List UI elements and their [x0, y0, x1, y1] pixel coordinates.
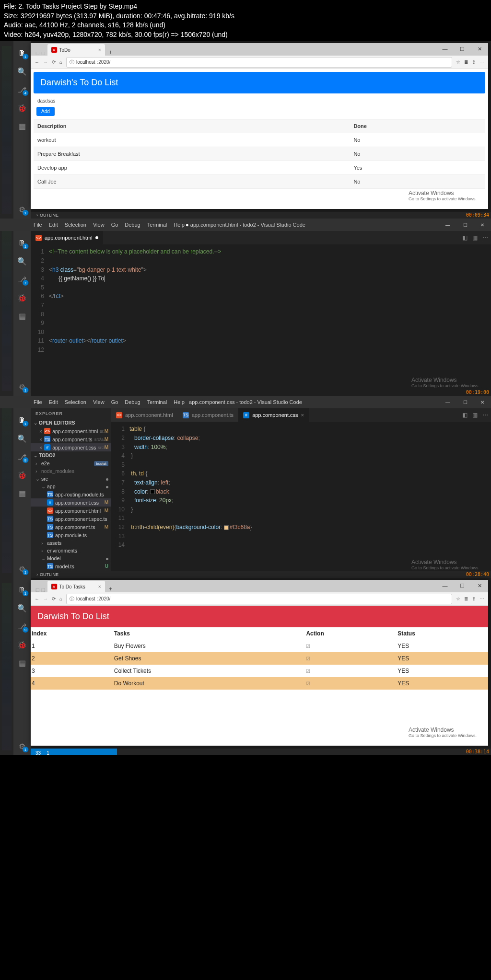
tree-item[interactable]: › node_modules [31, 467, 111, 475]
new-tab-button[interactable]: + [105, 49, 117, 56]
open-editors-section[interactable]: ⌄OPEN EDITORS [31, 419, 111, 427]
editor-tab[interactable]: #app.component.css× [238, 408, 309, 422]
tree-item[interactable]: › e2ebootst [31, 460, 111, 467]
extensions-icon[interactable]: ▦ [17, 657, 27, 668]
files-icon[interactable]: 🗎1 [17, 415, 27, 426]
tree-item[interactable]: ⌄ Model [31, 554, 111, 562]
new-task-input[interactable]: dasdsas [34, 95, 485, 106]
menu-bar[interactable]: FileEditSelectionViewGoDebugTerminalHelp [34, 399, 185, 405]
forward-button[interactable]: → [43, 596, 48, 601]
tree-item[interactable]: TS app.module.ts [31, 531, 111, 539]
refresh-button[interactable]: ⟳ [52, 59, 56, 65]
minimize-button[interactable]: — [436, 43, 454, 55]
minimize-button[interactable]: — [439, 219, 456, 231]
forward-button[interactable]: → [43, 59, 48, 65]
browser-tab[interactable]: A To Do Tasks × [47, 581, 105, 592]
extensions-icon[interactable]: ▦ [17, 488, 27, 498]
editor-tab[interactable]: TSapp.component.ts [178, 408, 238, 422]
search-icon[interactable]: 🔍 [17, 256, 27, 266]
search-icon[interactable]: 🔍 [17, 603, 27, 613]
tree-item[interactable]: › assets [31, 539, 111, 547]
code-body[interactable]: 1234567891011121314 table { border-colla… [111, 422, 491, 549]
search-icon[interactable]: 🔍 [17, 433, 27, 444]
layout-icon[interactable]: ▥ [472, 234, 478, 241]
tree-item[interactable]: › environments [31, 547, 111, 554]
close-button[interactable]: ✕ [471, 580, 488, 591]
open-editor-item[interactable]: × TS app.component.ts src\a...M [31, 435, 111, 443]
activate-windows: Activate WindowsGo to Settings to activa… [411, 559, 479, 570]
project-section[interactable]: ⌄TODO2 [31, 451, 111, 460]
source-control-icon[interactable]: ⎇8 [17, 451, 27, 462]
more-icon[interactable]: ⋯ [479, 596, 484, 601]
tree-item[interactable]: # app.component.cssM [31, 498, 111, 507]
debug-icon[interactable]: 🐞 [17, 470, 27, 480]
more-icon[interactable]: ⋯ [482, 412, 488, 418]
tree-item[interactable]: ⌄ app [31, 483, 111, 490]
split-editor-icon[interactable]: ◧ [462, 234, 468, 241]
settings-icon[interactable]: ⚙1 [17, 204, 27, 215]
close-icon[interactable]: × [98, 47, 101, 53]
source-control-icon[interactable]: ⎇7 [17, 274, 27, 285]
tree-item[interactable]: TS app-routing.module.ts [31, 490, 111, 498]
reading-list-icon[interactable]: ≣ [464, 59, 468, 65]
code-body[interactable]: 123456789101112 <!--The content below is… [31, 244, 491, 354]
maximize-button[interactable]: ☐ [456, 396, 474, 408]
back-button[interactable]: ← [35, 596, 39, 601]
home-button[interactable]: ⌂ [59, 59, 62, 65]
address-bar[interactable]: ⓘ localhost:2020/ [66, 57, 452, 68]
tree-item[interactable]: TS app.component.spec.ts [31, 515, 111, 523]
browser-tab[interactable]: A ToDo × [47, 44, 105, 56]
files-icon[interactable]: 🗎1 [17, 238, 27, 248]
back-button[interactable]: ← [35, 59, 39, 65]
favorite-icon[interactable]: ☆ [456, 59, 460, 65]
layout-icon[interactable]: ▥ [472, 412, 478, 418]
tree-item[interactable]: ⌄ src [31, 475, 111, 483]
debug-icon[interactable]: 🐞 [17, 639, 27, 650]
address-bar[interactable]: ⓘ localhost:2020/ [66, 594, 452, 604]
extensions-icon[interactable]: ▦ [17, 121, 27, 131]
editor-tab[interactable]: <> app.component.html [31, 231, 103, 244]
home-button[interactable]: ⌂ [59, 596, 62, 601]
split-editor-icon[interactable]: ◧ [462, 412, 468, 418]
files-icon[interactable]: 🗎1 [17, 585, 27, 595]
share-icon[interactable]: ⇪ [472, 596, 476, 601]
tree-item[interactable]: <> app.component.htmlM [31, 507, 111, 515]
favorite-icon[interactable]: ☆ [456, 596, 460, 601]
close-button[interactable]: ✕ [474, 219, 491, 231]
editor-tab[interactable]: <>app.component.html [111, 408, 178, 422]
more-icon[interactable]: ⋯ [479, 59, 484, 65]
search-icon[interactable]: 🔍 [17, 66, 27, 77]
close-button[interactable]: ✕ [474, 396, 491, 408]
minimize-button[interactable]: — [436, 580, 454, 591]
close-button[interactable]: ✕ [471, 43, 488, 55]
maximize-button[interactable]: ☐ [454, 580, 471, 591]
source-control-icon[interactable]: ⎇4 [17, 84, 27, 95]
maximize-button[interactable]: ☐ [454, 43, 471, 55]
settings-icon[interactable]: ⚙1 [17, 564, 27, 574]
menu-bar[interactable]: FileEditSelectionViewGoDebugTerminalHelp [34, 222, 185, 228]
new-tab-button[interactable]: + [105, 586, 117, 592]
open-editor-item[interactable]: × <> app.component.html sr...M [31, 427, 111, 435]
refresh-button[interactable]: ⟳ [52, 596, 56, 601]
debug-icon[interactable]: 🐞 [17, 292, 27, 303]
settings-icon[interactable]: ⚙1 [17, 381, 27, 392]
outline-panel[interactable]: ›OUTLINE [31, 571, 491, 578]
extensions-icon[interactable]: ▦ [17, 311, 27, 321]
reading-list-icon[interactable]: ≣ [464, 596, 468, 601]
tree-item[interactable]: TS app.component.tsM [31, 523, 111, 531]
open-editor-item[interactable]: × # app.component.css src\...M [31, 443, 111, 451]
share-icon[interactable]: ⇪ [472, 59, 476, 65]
files-icon[interactable]: 🗎1 [17, 48, 27, 58]
maximize-button[interactable]: ☐ [456, 219, 474, 231]
debug-icon[interactable]: 🐞 [17, 103, 27, 113]
settings-icon[interactable]: ⚙1 [17, 741, 27, 751]
outline-panel[interactable]: ›OUTLINE [31, 212, 491, 219]
panel-3: FileEditSelectionViewGoDebugTerminalHelp… [0, 396, 491, 578]
tree-item[interactable]: TS model.tsU [31, 562, 111, 570]
table-row: Develop appYes [34, 161, 485, 175]
close-icon[interactable]: × [98, 584, 101, 589]
source-control-icon[interactable]: ⎇9 [17, 621, 27, 632]
minimize-button[interactable]: — [439, 396, 456, 408]
add-button[interactable]: Add [36, 107, 55, 116]
more-icon[interactable]: ⋯ [482, 234, 488, 241]
